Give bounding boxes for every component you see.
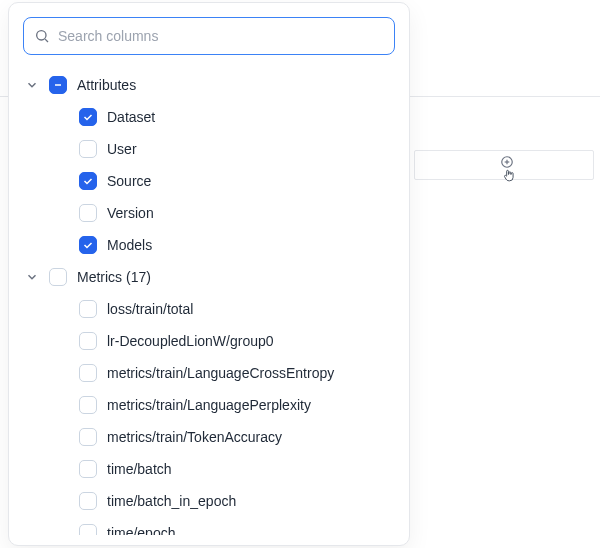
checkbox[interactable] bbox=[79, 332, 97, 350]
checkbox[interactable] bbox=[79, 524, 97, 535]
column-tree: Attributes Dataset User Source Version bbox=[23, 69, 395, 535]
checkbox[interactable] bbox=[79, 492, 97, 510]
item-label: User bbox=[107, 141, 137, 157]
dash-icon bbox=[52, 79, 64, 91]
column-picker-panel: Attributes Dataset User Source Version bbox=[8, 2, 410, 546]
checkbox[interactable] bbox=[79, 460, 97, 478]
chevron-down-icon bbox=[25, 270, 39, 284]
item-row-lang-perplexity[interactable]: metrics/train/LanguagePerplexity bbox=[23, 389, 395, 421]
item-row-models[interactable]: Models bbox=[23, 229, 395, 261]
item-label: Source bbox=[107, 173, 151, 189]
item-label: loss/train/total bbox=[107, 301, 193, 317]
svg-point-3 bbox=[37, 31, 46, 40]
group-row-metrics[interactable]: Metrics (17) bbox=[23, 261, 395, 293]
item-label: time/batch bbox=[107, 461, 172, 477]
item-row-time-batch-in-epoch[interactable]: time/batch_in_epoch bbox=[23, 485, 395, 517]
check-icon bbox=[82, 175, 94, 187]
chevron-down-icon bbox=[25, 78, 39, 92]
item-label: Version bbox=[107, 205, 154, 221]
item-row-lang-cross-entropy[interactable]: metrics/train/LanguageCrossEntropy bbox=[23, 357, 395, 389]
checkbox-user[interactable] bbox=[79, 140, 97, 158]
checkbox[interactable] bbox=[79, 396, 97, 414]
svg-line-4 bbox=[45, 39, 48, 42]
checkbox[interactable] bbox=[79, 300, 97, 318]
item-label: lr-DecoupledLionW/group0 bbox=[107, 333, 274, 349]
item-row-lr-decoupled[interactable]: lr-DecoupledLionW/group0 bbox=[23, 325, 395, 357]
item-row-loss-train-total[interactable]: loss/train/total bbox=[23, 293, 395, 325]
checkbox[interactable] bbox=[79, 364, 97, 382]
item-row-user[interactable]: User bbox=[23, 133, 395, 165]
checkbox-models[interactable] bbox=[79, 236, 97, 254]
item-row-source[interactable]: Source bbox=[23, 165, 395, 197]
check-icon bbox=[82, 239, 94, 251]
search-input-wrapper[interactable] bbox=[23, 17, 395, 55]
item-label: Models bbox=[107, 237, 152, 253]
cursor-hand-icon bbox=[502, 167, 516, 183]
checkbox-version[interactable] bbox=[79, 204, 97, 222]
item-row-time-epoch[interactable]: time/epoch bbox=[23, 517, 395, 535]
add-column-button[interactable] bbox=[498, 155, 516, 183]
item-label: metrics/train/LanguageCrossEntropy bbox=[107, 365, 334, 381]
item-label: time/batch_in_epoch bbox=[107, 493, 236, 509]
checkbox-metrics[interactable] bbox=[49, 268, 67, 286]
group-label: Attributes bbox=[77, 77, 136, 93]
checkbox[interactable] bbox=[79, 428, 97, 446]
group-row-attributes[interactable]: Attributes bbox=[23, 69, 395, 101]
item-row-dataset[interactable]: Dataset bbox=[23, 101, 395, 133]
item-label: time/epoch bbox=[107, 525, 175, 535]
item-label: metrics/train/TokenAccuracy bbox=[107, 429, 282, 445]
search-input[interactable] bbox=[58, 28, 384, 44]
item-label: Dataset bbox=[107, 109, 155, 125]
group-label: Metrics (17) bbox=[77, 269, 151, 285]
item-row-token-accuracy[interactable]: metrics/train/TokenAccuracy bbox=[23, 421, 395, 453]
item-row-version[interactable]: Version bbox=[23, 197, 395, 229]
checkbox-dataset[interactable] bbox=[79, 108, 97, 126]
checkbox-source[interactable] bbox=[79, 172, 97, 190]
item-row-time-batch[interactable]: time/batch bbox=[23, 453, 395, 485]
check-icon bbox=[82, 111, 94, 123]
search-icon bbox=[34, 28, 50, 44]
item-label: metrics/train/LanguagePerplexity bbox=[107, 397, 311, 413]
checkbox-attributes[interactable] bbox=[49, 76, 67, 94]
